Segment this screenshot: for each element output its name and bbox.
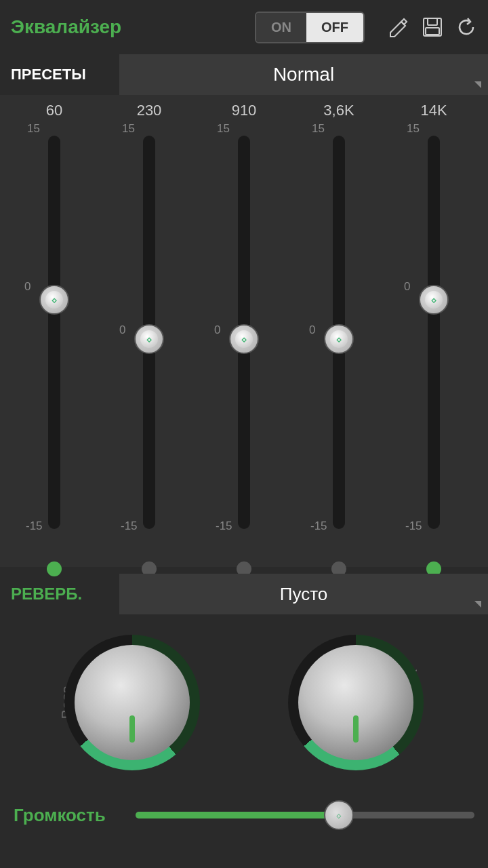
virtualizer-knob-indicator (353, 715, 359, 743)
thumb-inner-2: ⬦ (140, 330, 158, 348)
band-freq-910: 910 (232, 102, 257, 119)
presets-label: ПРЕСЕТЫ (0, 59, 119, 90)
knobs-section: Bass Virtualizer (0, 621, 488, 784)
band-bottom-label-1: -15 (26, 519, 43, 533)
save-icon (422, 16, 443, 38)
bass-knob-inner (75, 645, 190, 760)
edit-button[interactable] (388, 16, 409, 38)
app-title: Эквалайзер (11, 16, 255, 38)
eq-band-60hz: 60 15 ⬦ 0 -15 (14, 102, 95, 556)
slider-thumb-14k[interactable]: ⬦ (419, 285, 449, 315)
toggle-off-button[interactable]: OFF (306, 13, 363, 42)
thumb-inner-3: ⬦ (235, 330, 253, 348)
slider-track-4[interactable]: ⬦ (333, 136, 345, 529)
band-zero-label-2: 0 (119, 323, 125, 337)
band-bottom-label-5: -15 (405, 519, 422, 533)
eq-band-36k: 3,6K 15 ⬦ 0 -15 (298, 102, 380, 556)
band-dot-1 (47, 561, 62, 576)
band-freq-14k: 14K (420, 102, 447, 119)
thumb-inner-4: ⬦ (330, 330, 348, 348)
band-zero-label-4: 0 (309, 323, 315, 337)
band-bottom-label-4: -15 (310, 519, 327, 533)
reverb-dropdown-arrow (474, 601, 481, 608)
band-bottom-label-2: -15 (121, 519, 138, 533)
slider-thumb-60hz[interactable]: ⬦ (39, 285, 69, 315)
volume-thumb-icon: ⬦ (336, 809, 342, 821)
slider-track-5[interactable]: ⬦ (428, 136, 440, 529)
eq-band-14k: 14K 15 ⬦ 0 -15 (393, 102, 474, 556)
band-top-label-3: 15 (217, 122, 230, 136)
presets-selector[interactable]: Normal (119, 54, 488, 95)
volume-section: Громкость ⬦ (0, 791, 488, 840)
slider-track-2[interactable]: ⬦ (143, 136, 155, 529)
presets-value: Normal (273, 64, 334, 85)
thumb-inner-5: ⬦ (425, 291, 443, 309)
presets-row: ПРЕСЕТЫ Normal (0, 54, 488, 95)
bass-knob-indicator (129, 715, 135, 743)
virtualizer-knob-inner (298, 645, 413, 760)
reverb-selector[interactable]: Пусто (119, 574, 488, 614)
virtualizer-knob[interactable] (288, 635, 424, 770)
band-zero-label-3: 0 (214, 323, 220, 337)
toggle-on-button[interactable]: ON (256, 13, 306, 42)
slider-track-1[interactable]: ⬦ (48, 136, 60, 529)
band-top-label-2: 15 (122, 122, 135, 136)
svg-rect-2 (426, 28, 439, 35)
bass-knob-container: Bass (64, 635, 200, 770)
eq-band-910hz: 910 15 ⬦ 0 -15 (203, 102, 285, 556)
slider-track-3[interactable]: ⬦ (238, 136, 250, 529)
header: Эквалайзер ON OFF (0, 0, 488, 54)
volume-thumb[interactable]: ⬦ (324, 800, 354, 830)
reverb-row: РЕВЕРБ. Пусто (0, 574, 488, 614)
volume-track-fill (136, 812, 339, 818)
band-freq-60: 60 (46, 102, 62, 119)
slider-thumb-36k[interactable]: ⬦ (324, 324, 354, 354)
eq-section: 60 15 ⬦ 0 -15 230 15 (0, 95, 488, 567)
eq-band-230hz: 230 15 ⬦ 0 -15 (108, 102, 190, 556)
slider-thumb-230hz[interactable]: ⬦ (134, 324, 164, 354)
virtualizer-knob-container: Virtualizer (288, 635, 424, 770)
reset-button[interactable] (455, 16, 477, 38)
reset-icon (455, 16, 477, 38)
toggle-group: ON OFF (255, 12, 365, 43)
reverb-label: РЕВЕРБ. (0, 578, 119, 610)
band-top-label-1: 15 (27, 122, 40, 136)
preset-dropdown-arrow (474, 81, 481, 88)
band-zero-label-1: 0 (24, 280, 30, 294)
svg-rect-1 (428, 18, 437, 25)
band-bottom-label-3: -15 (216, 519, 232, 533)
edit-icon (388, 16, 409, 38)
eq-bands: 60 15 ⬦ 0 -15 230 15 (0, 102, 488, 556)
band-top-label-4: 15 (312, 122, 325, 136)
band-freq-36k: 3,6K (323, 102, 354, 119)
band-zero-label-5: 0 (404, 280, 410, 294)
bass-knob[interactable] (64, 635, 200, 770)
volume-slider[interactable]: ⬦ (136, 802, 474, 829)
slider-thumb-910hz[interactable]: ⬦ (229, 324, 259, 354)
band-freq-230: 230 (137, 102, 162, 119)
band-top-label-5: 15 (407, 122, 420, 136)
thumb-inner-1: ⬦ (45, 291, 63, 309)
save-button[interactable] (422, 16, 443, 38)
reverb-value: Пусто (280, 584, 327, 605)
volume-label: Громкость (14, 805, 122, 826)
